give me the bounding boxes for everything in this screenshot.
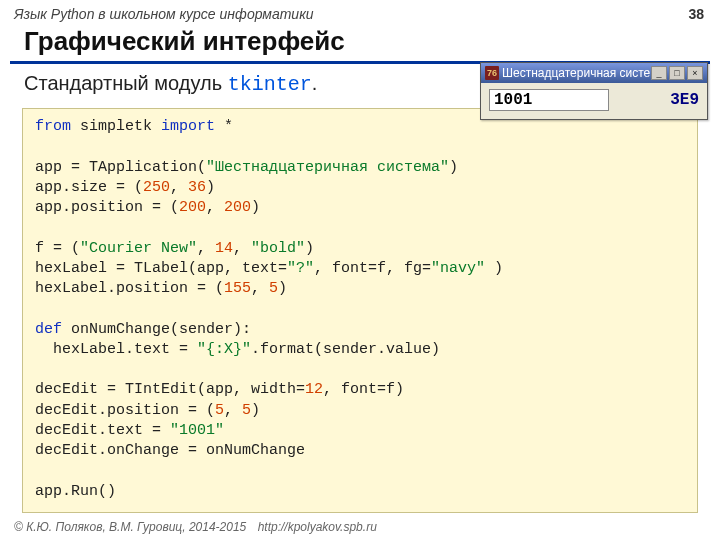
hex-output-label: 3E9 [609,91,699,109]
slide: Язык Python в школьном курсе информатики… [0,0,720,540]
footer: © К.Ю. Поляков, В.М. Гуровиц, 2014-2015 … [14,520,377,534]
subtitle-suffix: . [312,72,318,94]
maximize-button[interactable]: □ [669,66,685,80]
subtitle-prefix: Стандартный модуль [24,72,228,94]
course-header: Язык Python в школьном курсе информатики [0,0,720,24]
slide-title: Графический интерфейс [10,24,710,64]
footer-link[interactable]: http://kpolyakov.spb.ru [258,520,377,534]
subtitle-module: tkinter [228,73,312,96]
minimize-button[interactable]: _ [651,66,667,80]
copyright-text: © К.Ю. Поляков, В.М. Гуровиц, 2014-2015 [14,520,246,534]
window-body: 3E9 [481,83,707,119]
code-block: from simpletk import * app = TApplicatio… [22,108,698,513]
close-button[interactable]: × [687,66,703,80]
demo-window: 76 Шестнадцатеричная систем _ □ × 3E9 [480,62,708,120]
decimal-input[interactable] [489,89,609,111]
window-caption: Шестнадцатеричная систем [502,66,651,80]
course-title: Язык Python в школьном курсе информатики [14,6,314,22]
page-number: 38 [688,6,704,22]
window-buttons: _ □ × [651,66,703,80]
window-titlebar[interactable]: 76 Шестнадцатеричная систем _ □ × [481,63,707,83]
window-app-icon: 76 [485,66,499,80]
